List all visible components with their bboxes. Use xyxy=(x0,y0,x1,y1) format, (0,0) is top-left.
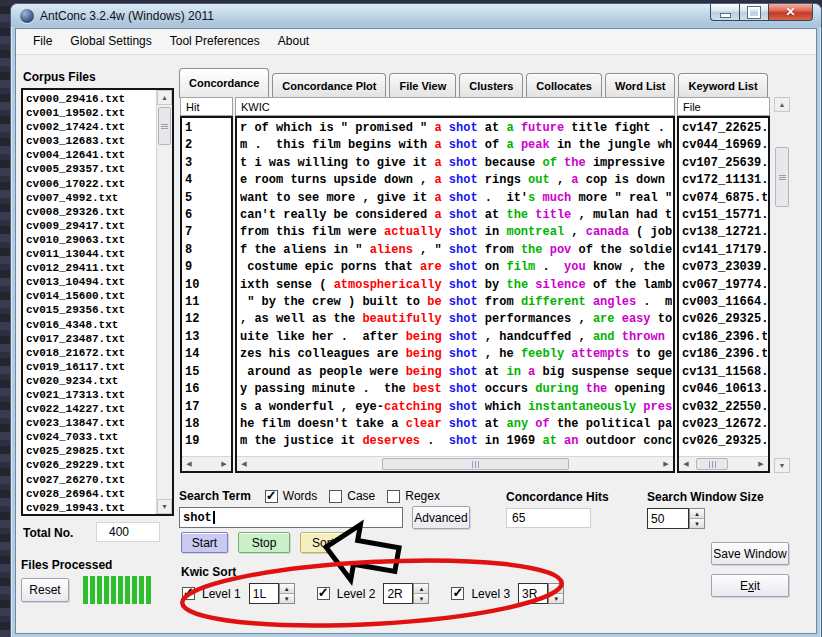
minimize-button[interactable] xyxy=(710,4,739,21)
kwic-row[interactable]: ixth sense ( atmospherically shot by the… xyxy=(240,277,672,294)
scroll-left-icon[interactable]: ◀ xyxy=(237,457,251,471)
corpus-file-list[interactable]: cv000_29416.txtcv001_19502.txtcv002_1742… xyxy=(21,88,174,516)
hit-cell[interactable]: 16 xyxy=(185,381,230,398)
file-cell[interactable]: cv046_10613. xyxy=(682,381,767,398)
tab-collocates[interactable]: Collocates xyxy=(526,73,602,98)
corpus-file-item[interactable]: cv028_26964.txt xyxy=(26,487,155,501)
file-cell[interactable]: cv003_11664. xyxy=(682,294,767,311)
hit-cell[interactable]: 3 xyxy=(185,155,230,172)
file-cell[interactable]: cv186_2396.t xyxy=(682,329,767,346)
corpus-file-item[interactable]: cv017_23487.txt xyxy=(26,332,155,346)
maximize-button[interactable] xyxy=(739,4,768,21)
kwic-row[interactable]: , as well as the beautifully shot perfor… xyxy=(240,311,672,328)
corpus-file-item[interactable]: cv009_29417.txt xyxy=(26,219,155,233)
kwic-row[interactable]: e room turns upside down , a shot rings … xyxy=(240,172,672,189)
hit-cell[interactable]: 19 xyxy=(185,433,230,450)
file-cell[interactable]: cv138_12721. xyxy=(682,224,767,241)
stop-button[interactable]: Stop xyxy=(238,532,290,553)
table-vscrollbar-thumb[interactable] xyxy=(775,147,789,207)
tab-clusters[interactable]: Clusters xyxy=(459,73,523,98)
file-cell[interactable]: cv151_15771. xyxy=(682,207,767,224)
kwic-row[interactable]: m the justice it deserves . shot in 1969… xyxy=(240,433,672,450)
corpus-file-item[interactable]: cv001_19502.txt xyxy=(26,106,155,120)
search-window-size-value[interactable]: 50 xyxy=(647,508,689,529)
corpus-file-item[interactable]: cv007_4992.txt xyxy=(26,191,155,205)
scroll-up-icon[interactable]: ▲ xyxy=(157,90,172,105)
menu-item-file[interactable]: File xyxy=(24,29,61,54)
table-vscrollbar[interactable]: ▲ ▼ xyxy=(774,97,790,473)
file-cell[interactable]: cv044_16969. xyxy=(682,137,767,154)
file-cell[interactable]: cv074_6875.t xyxy=(682,190,767,207)
hit-cell[interactable]: 10 xyxy=(185,277,230,294)
corpus-file-item[interactable]: cv020_9234.txt xyxy=(26,374,155,388)
corpus-file-item[interactable]: cv021_17313.txt xyxy=(26,388,155,402)
hit-cell[interactable]: 6 xyxy=(185,207,230,224)
file-cell[interactable]: cv023_12672. xyxy=(682,416,767,433)
search-window-size-spinner[interactable]: 50 ▲ ▼ xyxy=(647,508,705,529)
hit-cell[interactable]: 2 xyxy=(185,137,230,154)
menu-item-about[interactable]: About xyxy=(269,29,318,54)
tab-keyword-list[interactable]: Keyword List xyxy=(678,73,767,98)
title-bar[interactable]: AntConc 3.2.4w (Windows) 2011 xyxy=(11,4,821,27)
corpus-file-item[interactable]: cv022_14227.txt xyxy=(26,402,155,416)
words-checkbox[interactable]: ✓ xyxy=(265,490,278,503)
kwic-column-list[interactable]: r of which is " promised " a shot at a f… xyxy=(235,116,675,473)
corpus-file-item[interactable]: cv024_7033.txt xyxy=(26,430,155,444)
advanced-button[interactable]: Advanced xyxy=(412,506,470,529)
file-hscrollbar[interactable]: ◀ ▶ xyxy=(679,456,768,471)
scroll-down-icon[interactable]: ▼ xyxy=(157,499,172,514)
hit-cell[interactable]: 17 xyxy=(185,399,230,416)
corpus-file-item[interactable]: cv027_26270.txt xyxy=(26,473,155,487)
hit-cell[interactable]: 14 xyxy=(185,346,230,363)
corpus-file-item[interactable]: cv000_29416.txt xyxy=(26,92,155,106)
corpus-file-item[interactable]: cv004_12641.txt xyxy=(26,148,155,162)
scroll-left-icon[interactable]: ◀ xyxy=(182,457,196,471)
corpus-file-item[interactable]: cv012_29411.txt xyxy=(26,261,155,275)
corpus-file-item[interactable]: cv029_19943.txt xyxy=(26,501,155,512)
start-button[interactable]: Start xyxy=(181,532,228,553)
corpus-file-item[interactable]: cv002_17424.txt xyxy=(26,120,155,134)
file-cell[interactable]: cv026_29325. xyxy=(682,311,767,328)
corpus-file-item[interactable]: cv016_4348.txt xyxy=(26,318,155,332)
hit-cell[interactable]: 15 xyxy=(185,364,230,381)
corpus-file-item[interactable]: cv013_10494.txt xyxy=(26,275,155,289)
kwic-row[interactable]: m . this film begins with a shot of a pe… xyxy=(240,137,672,154)
file-cell[interactable]: cv186_2396.t xyxy=(682,346,767,363)
scroll-right-icon[interactable]: ▶ xyxy=(754,457,768,471)
file-cell[interactable]: cv141_17179. xyxy=(682,242,767,259)
corpus-file-item[interactable]: cv005_29357.txt xyxy=(26,162,155,176)
hit-cell[interactable]: 12 xyxy=(185,311,230,328)
hit-cell[interactable]: 13 xyxy=(185,329,230,346)
tab-file-view[interactable]: File View xyxy=(389,73,456,98)
reset-button[interactable]: Reset xyxy=(21,578,69,602)
kwic-row[interactable]: r of which is " promised " a shot at a f… xyxy=(240,120,672,137)
hit-cell[interactable]: 8 xyxy=(185,242,230,259)
hit-hscrollbar[interactable]: ◀ ▶ xyxy=(182,456,231,471)
hit-cell[interactable]: 18 xyxy=(185,416,230,433)
file-hscrollbar-thumb[interactable] xyxy=(696,458,728,470)
corpus-file-item[interactable]: cv008_29326.txt xyxy=(26,205,155,219)
kwic-row[interactable]: t i was willing to give it a shot becaus… xyxy=(240,155,672,172)
corpus-scrollbar[interactable]: ▲ ▼ xyxy=(156,90,172,514)
regex-checkbox[interactable] xyxy=(387,490,400,503)
corpus-file-item[interactable]: cv023_13847.txt xyxy=(26,416,155,430)
spin-down-icon[interactable]: ▼ xyxy=(690,519,704,528)
kwic-row[interactable]: s a wonderful , eye-catching shot which … xyxy=(240,399,672,416)
file-cell[interactable]: cv073_23039. xyxy=(682,259,767,276)
kwic-row[interactable]: he film doesn't take a clear shot at any… xyxy=(240,416,672,433)
corpus-file-item[interactable]: cv025_29825.txt xyxy=(26,444,155,458)
file-cell[interactable]: cv067_19774. xyxy=(682,277,767,294)
save-window-button[interactable]: Save Window xyxy=(711,542,789,565)
corpus-file-item[interactable]: cv026_29229.txt xyxy=(26,458,155,472)
hit-cell[interactable]: 7 xyxy=(185,224,230,241)
corpus-file-item[interactable]: cv006_17022.txt xyxy=(26,177,155,191)
hit-cell[interactable]: 4 xyxy=(185,172,230,189)
hit-cell[interactable]: 1 xyxy=(185,120,230,137)
corpus-file-item[interactable]: cv015_29356.txt xyxy=(26,303,155,317)
menu-item-global-settings[interactable]: Global Settings xyxy=(61,29,160,54)
spin-up-icon[interactable]: ▲ xyxy=(690,509,704,519)
menu-item-tool-preferences[interactable]: Tool Preferences xyxy=(161,29,269,54)
hit-cell[interactable]: 5 xyxy=(185,190,230,207)
file-cell[interactable]: cv131_11568. xyxy=(682,364,767,381)
tab-word-list[interactable]: Word List xyxy=(605,73,676,98)
